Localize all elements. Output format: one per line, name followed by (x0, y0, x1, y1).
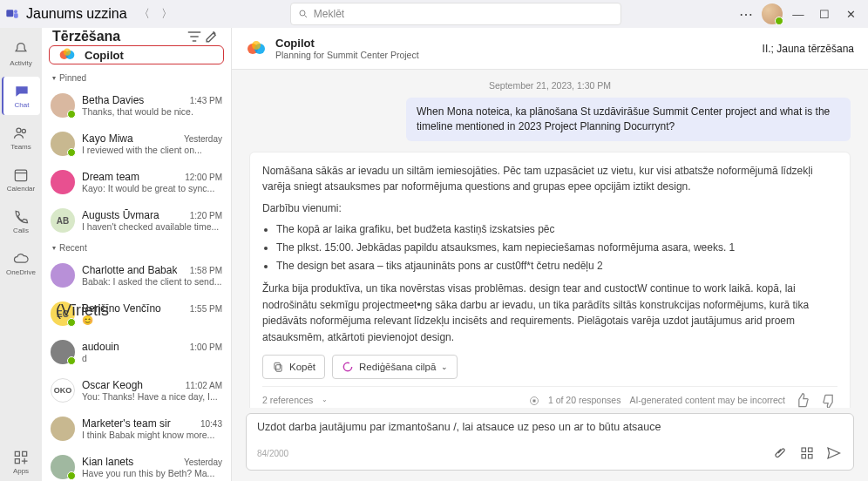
chat-list-item[interactable]: Kian lanetsYesterday Have you run this b… (42, 448, 231, 481)
edit-loop-button[interactable]: Rediģēšana cilpā ⌄ (332, 355, 458, 379)
bell-icon (12, 41, 30, 58)
window-close-button[interactable]: ✕ (838, 2, 863, 26)
chat-name: Augusts Ūvmara (82, 209, 159, 221)
stop-icon[interactable] (529, 396, 539, 406)
avatar (51, 263, 75, 288)
chat-list-item[interactable]: EC Benčīno Venčīno1:55 PM 😊 (42, 295, 231, 333)
svg-line-4 (304, 16, 307, 18)
copilot-message: Nomāšana sākās ar ievadu un siltām iemie… (249, 152, 851, 408)
conversation-title: Copilot (275, 37, 419, 50)
send-button[interactable] (824, 444, 843, 463)
svg-rect-0 (6, 10, 13, 17)
chat-time: 12:00 PM (185, 173, 222, 182)
bot-paragraph: Žurka bija produktīva, un tika novērstas… (262, 281, 837, 345)
rail-chat[interactable]: Chat (2, 77, 40, 115)
new-chat-button[interactable]: II.; Jauna tērzēšana (763, 43, 854, 55)
conversation-pane: Copilot Planning for Summit Center Proje… (232, 28, 868, 481)
svg-point-20 (343, 362, 351, 370)
calendar-icon (12, 166, 30, 184)
chat-preview: Thanks, that would be nice. (82, 106, 222, 117)
copy-icon (272, 361, 284, 373)
bot-action-item: The plkst. 15:00. Jebkādas papildu atsau… (276, 240, 837, 256)
copilot-icon (246, 38, 267, 59)
apps-icon (12, 449, 30, 466)
thumbs-down-icon[interactable] (820, 392, 837, 408)
user-avatar[interactable] (760, 2, 784, 26)
phone-icon (12, 208, 30, 226)
avatar (51, 170, 75, 194)
user-message: When Mona noteica, ka plānošana St uzdāv… (406, 98, 851, 141)
chat-name: audouin (82, 341, 119, 353)
copy-button[interactable]: Kopēt (262, 355, 325, 379)
chat-time: 1:20 PM (190, 211, 222, 220)
bot-paragraph: Nomāšana sākās ar ievadu un siltām iemie… (262, 163, 837, 195)
chat-name: Dream team (82, 171, 139, 183)
chat-time: 1:58 PM (190, 266, 222, 275)
thumbs-up-icon[interactable] (794, 392, 811, 408)
svg-point-17 (252, 41, 261, 50)
people-icon (12, 125, 30, 142)
rail-calendar[interactable]: Calendar (2, 160, 40, 199)
compose-icon[interactable] (203, 28, 220, 45)
avatar (51, 417, 75, 441)
chat-name: Marketer's team sir (82, 417, 171, 430)
section-recent[interactable]: Recent (42, 240, 231, 256)
chat-list-item[interactable]: AB Augusts Ūvmara1:20 PM I haven't check… (42, 201, 231, 240)
conversation-subtitle: Planning for Summit Center Project (275, 50, 419, 60)
attach-button[interactable] (771, 444, 790, 463)
paperclip-icon (773, 445, 789, 461)
message-composer[interactable]: Uzdot darba jautājumu par izmantošanu /,… (246, 413, 854, 471)
rail-calls[interactable]: Calls (2, 202, 40, 240)
chat-list-item[interactable]: Betha Davies1:43 PM Thanks, that would b… (42, 86, 231, 125)
chat-time: Yesterday (184, 134, 222, 144)
svg-rect-27 (809, 455, 813, 459)
svg-point-6 (22, 129, 25, 132)
chat-list-item[interactable]: Kayo MiwaYesterday I reviewed with the c… (42, 125, 231, 163)
rail-onedrive[interactable]: OneDrive (2, 244, 40, 282)
chat-name: Betha Davies (82, 94, 144, 106)
copilot-label: Copilot (85, 49, 124, 62)
copilot-chat-item[interactable]: Copilot (49, 45, 224, 64)
chat-time: 1:00 PM (190, 342, 222, 352)
chat-preview: d (82, 353, 222, 363)
rail-apps[interactable]: Apps (2, 443, 40, 481)
grid-icon (799, 445, 815, 461)
window-minimize-button[interactable]: — (786, 2, 810, 26)
svg-rect-7 (15, 170, 26, 181)
chat-list-item[interactable]: Dream team12:00 PM Kayo: It would be gre… (42, 163, 231, 201)
nav-forward-button[interactable]: 〉 (157, 3, 178, 24)
svg-rect-10 (23, 451, 27, 456)
chat-icon (13, 83, 31, 100)
avatar: AB (51, 208, 75, 233)
avatar: EC (51, 301, 75, 326)
section-pinned[interactable]: Pinned (42, 70, 231, 86)
search-input[interactable]: Meklēt (290, 3, 621, 25)
chat-time: Yesterday (184, 457, 222, 467)
chat-name: Benčīno Venčīno (82, 302, 161, 315)
chat-time: 11:02 AM (186, 381, 222, 390)
loop-icon (342, 361, 354, 373)
chat-list-item[interactable]: Charlotte and Babak1:58 PM Babak: I aske… (42, 256, 231, 295)
references-link[interactable]: 2 references (262, 393, 313, 407)
more-options-button[interactable]: ⋯ (734, 2, 758, 26)
window-maximize-button[interactable]: ☐ (812, 2, 837, 26)
chat-list-item[interactable]: OKO Oscar Keogh11:02 AM You: Thanks! Hav… (42, 371, 231, 410)
rail-teams[interactable]: Teams (2, 119, 40, 157)
chat-preview: Kayo: It would be great to sync... (82, 183, 222, 193)
chevron-down-icon: ⌄ (441, 362, 448, 371)
svg-rect-24 (802, 448, 806, 452)
svg-rect-22 (532, 399, 535, 402)
svg-rect-26 (802, 455, 806, 459)
filter-icon[interactable] (186, 28, 203, 45)
svg-rect-18 (276, 364, 281, 371)
nav-back-button[interactable]: 〈 (134, 3, 155, 24)
chat-name: Kayo Miwa (82, 132, 133, 145)
chat-list-item[interactable]: audouin1:00 PM d (42, 333, 231, 371)
chat-list-item[interactable]: Marketer's team sir10:43 I think Babak m… (42, 410, 231, 448)
rail-activity[interactable]: Activity (2, 35, 40, 73)
svg-rect-25 (809, 448, 813, 452)
svg-rect-2 (14, 13, 18, 17)
composer-input[interactable]: Uzdot darba jautājumu par izmantošanu /,… (257, 421, 843, 438)
grid-button[interactable] (797, 444, 817, 463)
avatar (51, 132, 75, 156)
